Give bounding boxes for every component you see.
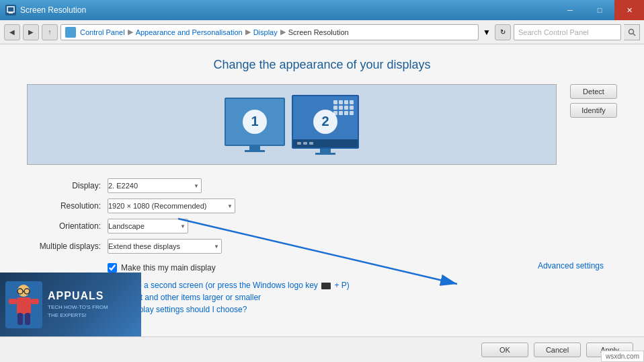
svg-rect-10 [31, 299, 39, 304]
breadcrumb-dropdown[interactable]: ▼ [481, 27, 492, 38]
minimize-button[interactable]: ─ [555, 0, 585, 20]
multiple-displays-label: Multiple displays: [27, 242, 101, 251]
watermark-subtitle: TECH HOW-TO'S FROMTHE EXPERTS! [48, 303, 108, 318]
monitor-container: 1 2 [27, 84, 557, 165]
breadcrumb-icon [65, 27, 76, 38]
advanced-settings-link[interactable]: Advanced settings [538, 261, 604, 270]
multiple-displays-select[interactable]: Extend these displays Duplicate these di… [108, 239, 222, 254]
search-button[interactable] [624, 24, 640, 40]
monitor-2-bottom [293, 139, 358, 147]
svg-rect-9 [9, 299, 17, 304]
close-button[interactable]: ✕ [614, 0, 644, 20]
title-bar: Screen Resolution ─ □ ✕ [0, 0, 644, 20]
svg-point-4 [17, 285, 30, 297]
title-bar-left: Screen Resolution [5, 5, 86, 15]
resolution-select[interactable]: 1920 × 1080 (Recommended) [108, 198, 235, 213]
project-second-screen-link[interactable]: Project to a second screen (or press the… [108, 281, 617, 290]
search-placeholder: Search Control Panel [518, 28, 589, 36]
window-controls: ─ □ ✕ [555, 0, 644, 20]
monitor-2-grid [332, 99, 355, 116]
svg-line-3 [633, 34, 635, 36]
svg-rect-11 [17, 313, 23, 325]
resolution-row: Resolution: 1920 × 1080 (Recommended) [27, 198, 617, 213]
breadcrumb-appearance[interactable]: Appearance and Personalisation [136, 28, 243, 36]
main-display-row: Make this my main display Advanced setti… [27, 259, 617, 273]
monitor-1-base [245, 150, 265, 152]
display-settings-help-link[interactable]: What display settings should I choose? [108, 305, 617, 314]
svg-point-2 [629, 29, 633, 34]
text-size-link[interactable]: Make text and other items larger or smal… [108, 293, 617, 302]
breadcrumb: Control Panel ▶ Appearance and Personali… [61, 24, 479, 40]
refresh-button[interactable]: ↻ [495, 24, 511, 40]
monitor-2-base [315, 153, 335, 155]
window-title: Screen Resolution [20, 5, 86, 15]
multiple-displays-select-wrapper[interactable]: Extend these displays Duplicate these di… [108, 239, 222, 254]
breadcrumb-display[interactable]: Display [253, 28, 278, 36]
watermark: APPUALS TECH HOW-TO'S FROMTHE EXPERTS! [0, 273, 141, 336]
svg-rect-0 [7, 7, 14, 12]
svg-rect-12 [25, 313, 30, 325]
watermark-figure [9, 283, 39, 326]
up-button[interactable]: ↑ [42, 24, 58, 40]
forward-button[interactable]: ▶ [23, 24, 39, 40]
main-display-checkbox[interactable] [108, 263, 117, 273]
page-title: Change the appearance of your displays [27, 58, 617, 72]
address-bar: ◀ ▶ ↑ Control Panel ▶ Appearance and Per… [0, 20, 644, 44]
display-select-wrapper[interactable]: 2. E2240 [108, 178, 202, 193]
maximize-button[interactable]: □ [585, 0, 614, 20]
monitor-2-wrapper[interactable]: 2 [292, 95, 359, 155]
display-row: Display: 2. E2240 [27, 178, 617, 193]
watermark-text: APPUALS TECH HOW-TO'S FROMTHE EXPERTS! [48, 290, 108, 318]
bottom-bar: OK Cancel Apply [0, 336, 644, 362]
monitor-2[interactable]: 2 [292, 95, 359, 149]
link-row: Project to a second screen (or press the… [108, 281, 617, 317]
windows-key-icon [321, 283, 331, 289]
svg-rect-1 [9, 12, 13, 13]
main-display-checkbox-row: Make this my main display [108, 263, 216, 273]
orientation-select-wrapper[interactable]: Landscape Portrait Landscape (flipped) P… [108, 219, 188, 233]
display-label: Display: [27, 181, 101, 190]
svg-rect-8 [17, 297, 31, 314]
display-select[interactable]: 2. E2240 [108, 178, 202, 193]
search-box: Search Control Panel [514, 24, 621, 40]
multiple-displays-row: Multiple displays: Extend these displays… [27, 239, 617, 254]
breadcrumb-current: Screen Resolution [288, 28, 349, 36]
back-button[interactable]: ◀ [4, 24, 20, 40]
window-icon [5, 5, 16, 15]
wsxdn-badge: wsxdn.com [601, 351, 644, 362]
orientation-row: Orientation: Landscape Portrait Landscap… [27, 219, 617, 233]
ok-button[interactable]: OK [481, 342, 528, 357]
monitor-1-number: 1 [243, 110, 267, 134]
monitor-1-wrapper[interactable]: 1 [225, 98, 285, 152]
resolution-select-wrapper[interactable]: 1920 × 1080 (Recommended) [108, 198, 235, 213]
watermark-logo [5, 281, 42, 328]
orientation-label: Orientation: [27, 221, 101, 231]
cancel-button[interactable]: Cancel [534, 342, 581, 357]
main-display-checkbox-label[interactable]: Make this my main display [121, 263, 216, 273]
watermark-title: APPUALS [48, 290, 108, 302]
search-icon [628, 28, 636, 36]
detect-identify-buttons: Detect Identify [570, 84, 617, 118]
detect-button[interactable]: Detect [570, 84, 617, 99]
breadcrumb-control-panel[interactable]: Control Panel [80, 28, 125, 36]
orientation-select[interactable]: Landscape Portrait Landscape (flipped) P… [108, 219, 188, 233]
display-preview-area: 1 2 [27, 84, 617, 165]
resolution-label: Resolution: [27, 201, 101, 211]
identify-button[interactable]: Identify [570, 103, 617, 118]
monitor-1[interactable]: 1 [225, 98, 285, 146]
